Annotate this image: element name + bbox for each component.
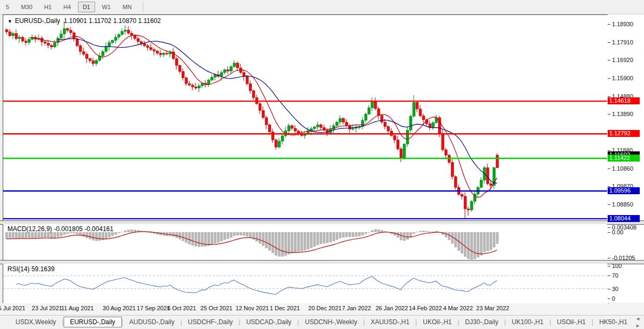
macd-histogram-bar [393,232,396,236]
candle-body [467,209,470,210]
rsi-chart-canvas[interactable] [3,264,607,302]
macd-histogram-bar [265,232,268,248]
macd-histogram-bar [98,232,101,241]
candle-body [268,125,271,132]
candle-body [230,67,232,71]
tab-xauusd-h1[interactable]: XAUUSD-,H1 [364,317,415,327]
candle-body [336,122,338,126]
price-tick-label: 1.10860 [612,165,633,172]
rsi-indicator-label: RSI(14) 59.1639 [7,265,55,273]
tab-audusd-daily[interactable]: AUDUSD-,Daily [123,317,181,327]
macd-histogram-bar [111,232,114,236]
macd-histogram-bar [92,232,95,241]
candle-body [69,30,72,33]
timeframe-button-mn[interactable]: MN [118,2,136,12]
tab-usdchf-daily[interactable]: USDCHF-,Daily [182,317,239,327]
macd-histogram-bar [179,232,181,240]
date-label: 5 Jul 2021 [0,305,25,311]
candle-body [236,63,239,68]
macd-tick-mark [608,258,610,258]
macd-histogram-bar [127,230,130,232]
timeframe-button-h4[interactable]: H4 [59,2,76,12]
price-tick-label: 1.17910 [612,39,633,45]
date-label: 23 Jul 2021 [32,305,63,311]
tab-eurusd-daily[interactable]: EURUSD-,Daily [64,317,122,327]
candle-body [53,42,56,47]
macd-histogram-bar [86,232,88,238]
candle-body [105,47,107,51]
tab-ukoil-h1[interactable]: UKOil-,H1 [417,317,457,327]
macd-histogram-bar [268,232,271,251]
date-label: 26 Jan 2022 [376,305,408,311]
macd-histogram-bar [31,232,34,238]
tab-uk100-h1[interactable]: UK100-,H1 [506,317,549,327]
price-tick-mark [608,186,610,187]
rsi-tick-mark [608,289,610,289]
timeframe-button-h1[interactable]: H1 [40,2,57,12]
macd-histogram-bar [198,232,200,247]
candle-body [18,37,21,39]
candle-body [265,118,268,125]
timeframe-button-m30[interactable]: M30 [16,2,37,12]
macd-histogram-bar [467,232,470,259]
candle-body [143,43,146,45]
macd-histogram-bar [329,232,332,242]
macd-histogram-bar [50,232,53,239]
macd-histogram-bar [37,232,40,238]
candle-body [66,28,69,30]
macd-histogram-bar [342,232,345,238]
symbol-tabbar: USDX,Weekly|EURUSD-,Daily|AUDUSD-,Daily|… [0,315,644,328]
candle-body [320,125,322,127]
tab-hk50-h1[interactable]: HK50-,H1 [593,317,633,327]
macd-tick-label: 0.00 [612,229,623,235]
rsi-tick-mark [608,266,610,266]
tab-usdcnh-weekly[interactable]: USDCNH-,Weekly [299,317,363,327]
timeframe-toolbar: 5M30H1H4D1W1MN [0,0,644,14]
chart-symbol-dropdown-icon: ▼ [7,19,12,24]
macd-histogram-bar [316,232,319,245]
candle-body [25,41,27,43]
candle-body [9,32,11,35]
tab-scroll-arrows[interactable]: ◂ ▸ [637,315,644,329]
candle-body [400,149,402,158]
macd-histogram-bar [323,232,325,243]
macd-histogram-bar [294,232,297,253]
macd-histogram-bar [89,232,91,239]
candle-body [496,155,499,167]
macd-histogram-bar [432,232,434,232]
candle-body [159,53,162,55]
tab-usdx-weekly[interactable]: USDX,Weekly [10,317,62,327]
candle-body [387,127,390,131]
macd-histogram-bar [211,232,213,244]
time-axis[interactable]: 5 Jul 202123 Jul 202111 Aug 202130 Aug 2… [0,303,644,314]
tab-dj30-daily[interactable]: DJ30-,Daily [459,317,504,327]
date-label: 11 Aug 2021 [61,305,94,311]
level-price-tag: 1.08044 [608,215,640,222]
rsi-tick-label: 30 [612,286,618,292]
macd-histogram-bar [259,232,261,244]
timeframe-button-5[interactable]: 5 [1,2,14,12]
macd-histogram-bar [381,230,383,232]
macd-histogram-bar [95,232,98,241]
tab-usdcad-daily[interactable]: USDCAD-,Daily [240,317,298,327]
rsi-tick-label: 0 [612,295,615,302]
macd-histogram-bar [191,232,194,246]
candle-body [364,114,367,120]
date-label: 23 Mar 2022 [476,305,509,311]
candle-body [73,33,75,39]
macd-histogram-bar [25,232,27,239]
timeframe-button-d1[interactable]: D1 [78,2,95,12]
timeframe-button-w1[interactable]: W1 [97,2,116,12]
candle-body [60,34,63,38]
macd-histogram-bar [53,232,56,238]
macd-histogram-bar [60,232,63,236]
macd-histogram-bar [374,229,377,232]
candle-body [409,116,412,130]
tab-usoil-h1[interactable]: USOil-,H1 [551,317,592,327]
candle-body [259,104,261,111]
price-chart-canvas[interactable] [3,15,607,220]
candle-body [150,48,152,50]
candle-body [406,130,409,144]
candle-body [102,51,104,56]
macd-histogram-bar [377,229,380,232]
